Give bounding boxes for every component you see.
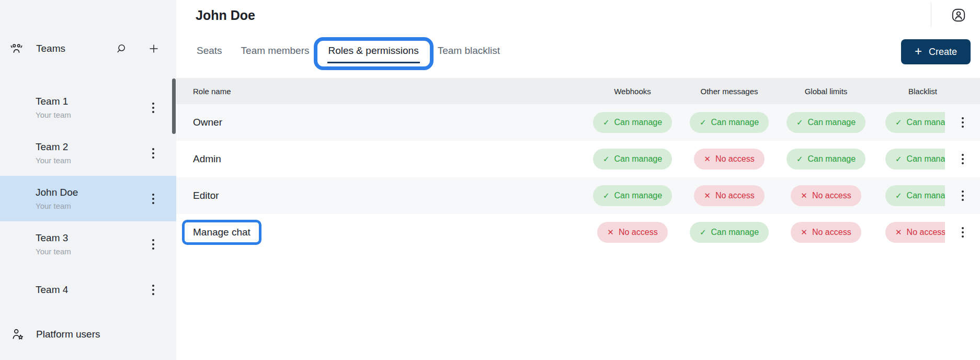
team-item-text: Team 3 Your team [36,232,71,256]
permission-badge-can-manage: ✓Can manage [885,112,945,133]
badge-label: Can manage [907,118,945,127]
badge-label: No access [619,228,658,237]
badge-label: Can manage [711,118,759,127]
kebab-menu-icon[interactable] [150,283,156,297]
tab-team-members[interactable]: Team members [240,41,311,63]
profile-button[interactable] [951,7,966,23]
role-cell: Owner [176,117,584,128]
badge-label: No access [907,228,945,237]
add-team-button[interactable] [147,42,161,55]
badge-label: Can manage [907,191,945,200]
row-menu-icon[interactable] [960,152,966,166]
kebab-menu-icon[interactable] [150,100,156,115]
user-star-icon [10,327,25,342]
kebab-menu-icon[interactable] [150,237,156,252]
permission-cell: ✓Can manage [874,149,945,170]
sidebar-team-item[interactable]: Team 4 [0,267,176,312]
team-list: Team 1 Your team Team 2 Your team John D… [0,85,176,312]
permission-badge-can-manage: ✓Can manage [690,222,769,243]
badge-label: Can manage [614,191,662,200]
sidebar-team-item[interactable]: Team 2 Your team [0,130,176,176]
cross-icon: ✕ [607,228,614,237]
kebab-menu-icon[interactable] [150,192,156,206]
column-header: Role name [176,87,584,96]
permission-badge-no-access: ✕No access [694,185,764,206]
permission-badge-can-manage: ✓Can manage [787,149,865,170]
sidebar-actions [115,42,161,55]
tabs-row: SeatsTeam membersRoles & permissionsTeam… [176,30,980,73]
page-title: John Doe [196,8,931,23]
tab-team-blacklist[interactable]: Team blacklist [437,41,501,63]
table-body: Owner✓Can manage✓Can manage✓Can manage✓C… [176,104,980,251]
badge-label: No access [715,154,755,164]
check-icon: ✓ [796,118,803,127]
badge-label: No access [812,228,851,237]
permission-cell: ✕No access [874,222,945,243]
permission-badge-can-manage: ✓Can manage [885,185,945,206]
team-subtitle: Your team [36,110,71,119]
sidebar-footer-label: Platform users [36,329,100,340]
column-header: Global limits [778,87,874,96]
row-menu-icon[interactable] [960,188,966,203]
tab-seats[interactable]: Seats [196,41,223,63]
roles-table: Role nameWebhooksOther messagesGlobal li… [176,78,980,251]
check-icon: ✓ [895,154,902,164]
team-name: John Doe [36,187,78,198]
user-avatar-icon [951,7,966,23]
team-name: Team 4 [36,284,68,296]
app-window: Teams Team 1 Your team [0,0,980,360]
create-button-label: Create [929,47,957,58]
check-icon: ✓ [603,118,610,127]
permission-badge-can-manage: ✓Can manage [885,149,945,170]
team-item-text: Team 1 Your team [36,96,71,119]
column-header: Blacklist [874,87,945,96]
check-icon: ✓ [796,154,803,164]
role-cell: Admin [176,153,584,165]
teams-sidebar: Teams Team 1 Your team [0,0,176,360]
kebab-menu-icon[interactable] [150,146,156,161]
main-header: John Doe [176,0,980,30]
cross-icon: ✕ [801,228,807,237]
badge-label: No access [812,191,851,200]
sidebar-team-item[interactable]: Team 1 Your team [0,85,176,130]
team-name: Team 3 [36,232,71,244]
permission-cell: ✓Can manage [584,112,681,133]
plus-icon [147,42,160,55]
permission-cell: ✓Can manage [584,185,681,206]
create-button[interactable]: + Create [901,39,971,64]
row-menu-icon[interactable] [960,225,966,240]
tabs: SeatsTeam membersRoles & permissionsTeam… [196,41,501,63]
role-name[interactable]: Manage chat [182,220,261,245]
permission-cell: ✕No access [778,222,874,243]
badge-label: No access [715,191,755,200]
permission-cell: ✓Can manage [681,222,778,243]
sidebar-team-item[interactable]: Team 3 Your team [0,221,176,267]
permission-cell: ✕No access [681,185,778,206]
role-cell: Editor [176,190,584,201]
permission-badge-can-manage: ✓Can manage [787,112,865,133]
check-icon: ✓ [895,191,902,200]
cross-icon: ✕ [801,191,807,200]
tab-roles-permissions[interactable]: Roles & permissions [327,41,420,63]
sidebar-item-platform-users[interactable]: Platform users [0,319,176,350]
permission-badge-no-access: ✕No access [694,149,764,170]
column-header: Other messages [681,87,778,96]
permission-badge-no-access: ✕No access [791,222,861,243]
main-panel: John Doe SeatsTeam membersRoles & permis… [176,0,980,360]
header-divider [931,3,931,27]
permission-badge-no-access: ✕No access [597,222,667,243]
sidebar-team-item[interactable]: John Doe Your team [0,176,176,221]
permission-cell: ✓Can manage [874,185,945,206]
check-icon: ✓ [895,118,902,127]
team-name: Team 2 [36,141,71,153]
search-button[interactable] [115,42,128,55]
badge-label: Can manage [907,154,945,164]
team-name: Team 1 [36,96,71,107]
sidebar-scrollbar[interactable] [172,78,176,134]
row-menu-icon[interactable] [960,115,966,130]
role-name: Editor [193,190,219,201]
team-item-text: Team 4 [36,284,68,296]
permission-badge-no-access: ✕No access [791,185,861,206]
role-cell: Manage chat [176,220,584,245]
permission-cell: ✓Can manage [778,149,874,170]
